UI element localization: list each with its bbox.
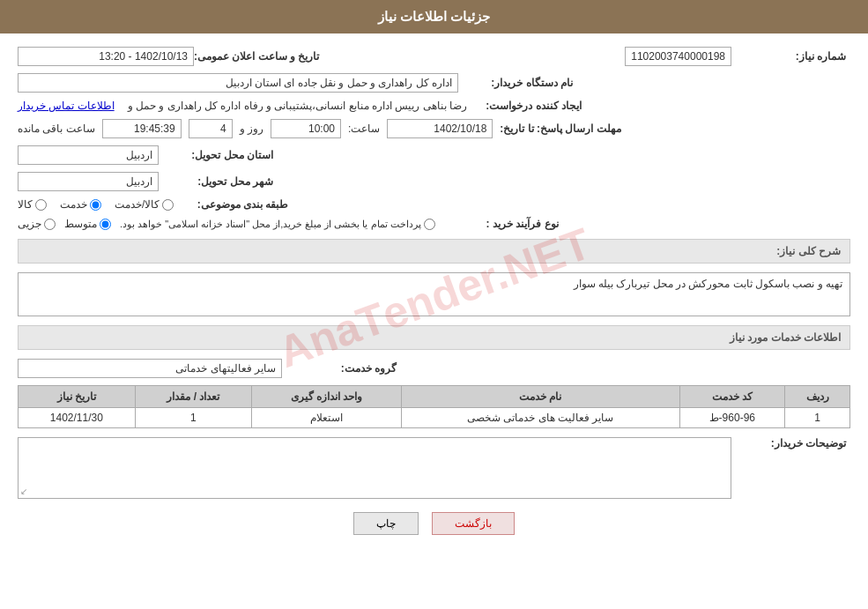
org-name-label: نام دستگاه خریدار: xyxy=(458,77,573,89)
procurement-label: نوع فرآیند خرید : xyxy=(444,218,559,230)
col-date: تاریخ نیاز xyxy=(19,386,136,408)
need-number-value: 1102003740000198 xyxy=(625,47,731,66)
category-label: طبقه بندی موضوعی: xyxy=(174,198,288,211)
col-quantity: تعداد / مقدار xyxy=(135,386,252,408)
service-group-row: گروه خدمت: سایر فعالیتهای خدماتی xyxy=(18,359,850,378)
province-label: استان محل تحویل: xyxy=(159,149,273,161)
buyer-notes-box: ↙ xyxy=(18,437,731,499)
procurement-radio-group: پرداخت تمام یا بخشی از مبلغ خرید,از محل … xyxy=(18,218,435,230)
deadline-label: مهلت ارسال پاسخ: تا تاریخ: xyxy=(500,123,620,135)
col-row-num: ردیف xyxy=(785,386,850,408)
category-kala-label: کالا xyxy=(18,198,33,211)
cell-service-code: 960-96-ط xyxy=(679,408,784,428)
category-row: طبقه بندی موضوعی: کالا/خدمت خدمت کالا xyxy=(18,198,850,211)
procurement-note-label: پرداخت تمام یا بخشی از مبلغ خرید,از محل … xyxy=(120,219,421,230)
buyer-notes-row: توضیحات خریدار: ↙ xyxy=(18,437,850,499)
requester-label: ایجاد کننده درخواست: xyxy=(467,100,582,112)
procurement-medium: متوسط xyxy=(64,218,111,230)
province-value: اردبیل xyxy=(18,145,159,165)
procurement-medium-label: متوسط xyxy=(64,218,97,230)
general-desc-section: شرح کلی نیاز: تهیه و نصب باسکول ثابت محو… xyxy=(18,239,850,316)
deadline-remaining-label: ساعت باقی مانده xyxy=(18,123,95,135)
category-kala: کالا xyxy=(18,198,47,211)
need-number-label: شماره نیاز: xyxy=(731,50,846,63)
contact-link[interactable]: اطلاعات تماس خریدار xyxy=(18,100,115,112)
buttons-row: بازگشت چاپ xyxy=(18,512,850,535)
deadline-days-label: روز و xyxy=(240,123,263,135)
services-title: اطلاعات خدمات مورد نیاز xyxy=(18,325,850,350)
category-kala-khadmat-label: کالا/خدمت xyxy=(115,198,160,211)
page-header: جزئیات اطلاعات نیاز xyxy=(0,0,868,33)
org-name-row: نام دستگاه خریدار: اداره کل راهداری و حم… xyxy=(18,73,850,93)
cell-service-name: سایر فعالیت های خدماتی شخصی xyxy=(402,408,680,428)
cell-row-num: 1 xyxy=(785,408,850,428)
category-radio-group: کالا/خدمت خدمت کالا xyxy=(18,198,174,211)
cell-date: 1402/11/30 xyxy=(19,408,136,428)
procurement-note-radio[interactable] xyxy=(424,219,435,230)
city-label: شهر محل تحویل: xyxy=(159,175,273,188)
procurement-note: پرداخت تمام یا بخشی از مبلغ خرید,از محل … xyxy=(120,219,435,230)
procurement-small-radio[interactable] xyxy=(44,219,56,230)
category-khadmat: خدمت xyxy=(60,198,101,211)
table-row: 1 960-96-ط سایر فعالیت های خدماتی شخصی ا… xyxy=(19,408,850,428)
col-unit: واحد اندازه گیری xyxy=(252,386,402,408)
back-button[interactable]: بازگشت xyxy=(432,512,515,535)
city-value: اردبیل xyxy=(18,172,159,191)
services-section: اطلاعات خدمات مورد نیاز گروه خدمت: سایر … xyxy=(18,325,850,428)
deadline-row: مهلت ارسال پاسخ: تا تاریخ: 1402/10/18 سا… xyxy=(18,119,850,138)
procurement-medium-radio[interactable] xyxy=(100,219,111,230)
category-khadmat-label: خدمت xyxy=(60,198,87,211)
requester-row: ایجاد کننده درخواست: رضا بناهی رییس ادار… xyxy=(18,100,850,112)
deadline-time-label: ساعت: xyxy=(348,123,380,135)
requester-value: رضا بناهی رییس اداره منابع انسانی،پشتیبا… xyxy=(128,100,467,112)
buyer-notes-label: توضیحات خریدار: xyxy=(731,437,846,449)
category-kala-khadmat-radio[interactable] xyxy=(162,199,174,211)
page-wrapper: جزئیات اطلاعات نیاز AnaТender.NET شماره … xyxy=(0,0,868,609)
general-desc-row: تهیه و نصب باسکول ثابت محورکش در محل تیر… xyxy=(18,272,850,316)
general-desc-value: تهیه و نصب باسکول ثابت محورکش در محل تیر… xyxy=(18,272,850,316)
category-kala-khadmat: کالا/خدمت xyxy=(115,198,174,211)
announcement-value: 1402/10/13 - 13:20 xyxy=(18,47,194,66)
col-service-name: نام خدمت xyxy=(402,386,680,408)
deadline-remaining: 19:45:39 xyxy=(102,119,182,138)
service-group-label: گروه خدمت: xyxy=(282,362,397,375)
need-number-row: شماره نیاز: 1102003740000198 تاریخ و ساع… xyxy=(18,47,850,66)
announcement-label: تاریخ و ساعت اعلان عمومی: xyxy=(194,50,319,63)
deadline-days: 4 xyxy=(189,119,233,138)
procurement-row: نوع فرآیند خرید : پرداخت تمام یا بخشی از… xyxy=(18,218,850,230)
category-kala-radio[interactable] xyxy=(35,199,47,211)
procurement-small-label: جزیی xyxy=(18,218,41,230)
cell-unit: استعلام xyxy=(252,408,402,428)
table-header-row: ردیف کد خدمت نام خدمت واحد اندازه گیری ت… xyxy=(19,386,850,408)
print-button[interactable]: چاپ xyxy=(353,512,419,535)
col-service-code: کد خدمت xyxy=(679,386,784,408)
services-table: ردیف کد خدمت نام خدمت واحد اندازه گیری ت… xyxy=(18,385,850,428)
city-row: شهر محل تحویل: اردبیل xyxy=(18,172,850,191)
content-area: AnaТender.NET شماره نیاز: 11020037400001… xyxy=(0,33,868,561)
category-khadmat-radio[interactable] xyxy=(90,199,101,211)
service-group-value: سایر فعالیتهای خدماتی xyxy=(18,359,282,378)
cell-quantity: 1 xyxy=(135,408,252,428)
procurement-small: جزیی xyxy=(18,218,56,230)
deadline-time: 10:00 xyxy=(271,119,341,138)
province-row: استان محل تحویل: اردبیل xyxy=(18,145,850,165)
resize-handle-2: ↙ xyxy=(20,486,27,496)
page-title: جزئیات اطلاعات نیاز xyxy=(378,9,490,24)
deadline-date: 1402/10/18 xyxy=(387,119,493,138)
org-name-value: اداره کل راهداری و حمل و نقل جاده ای است… xyxy=(18,73,458,93)
general-desc-title: شرح کلی نیاز: xyxy=(18,239,850,264)
